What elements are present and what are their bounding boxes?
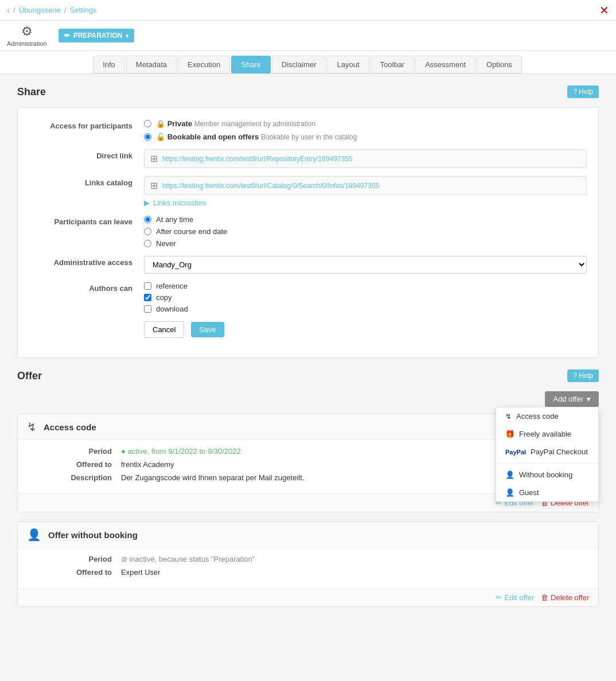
direct-link-control: ⊞ https://testing.frentix.com/test9/url/… <box>144 149 587 168</box>
private-radio[interactable] <box>144 120 151 127</box>
tab-info[interactable]: Info <box>93 56 125 73</box>
offer-help-button[interactable]: ? Help <box>567 369 599 382</box>
leave-enddate-label: After course end date <box>156 227 227 236</box>
leave-anytime[interactable]: At any time <box>144 215 587 224</box>
copy-check-item[interactable]: copy <box>144 293 587 302</box>
links-microsites-label: Links microsites <box>153 199 206 207</box>
leave-anytime-label: At any time <box>156 215 193 224</box>
links-microsites[interactable]: ▶ Links microsites <box>144 199 587 207</box>
tab-layout[interactable]: Layout <box>328 56 369 73</box>
inactive-icon: ⊘ <box>121 555 127 563</box>
without-booking-period-label: Period <box>52 555 121 563</box>
tab-toolbar[interactable]: Toolbar <box>371 56 415 73</box>
private-radio-item[interactable]: 🔒 Private Member management by administr… <box>144 119 587 128</box>
freely-available-label: Freely available <box>519 430 571 438</box>
breadcrumb-ubungsserie[interactable]: Übungsserie <box>19 6 61 14</box>
participants-leave-control: At any time After course end date Never <box>144 215 587 248</box>
access-code-desc-label: Description <box>52 473 121 482</box>
leave-never-radio[interactable] <box>144 240 151 247</box>
without-booking-label: Without booking <box>519 470 572 479</box>
tab-share[interactable]: Share <box>231 56 271 73</box>
share-help-button[interactable]: ? Help <box>567 85 599 98</box>
access-code-offer-title: Access code <box>44 422 96 432</box>
admin-access-row: Administrative access Mandy_Org <box>29 256 587 274</box>
download-checkbox[interactable] <box>144 305 151 313</box>
bookable-radio-item[interactable]: 🔓 Bookable and open offers Bookable by u… <box>144 133 587 141</box>
without-booking-period-row: Period ⊘ inactive, because status "Prepa… <box>52 555 589 563</box>
leave-enddate-radio[interactable] <box>144 228 151 235</box>
leave-end-date[interactable]: After course end date <box>144 227 587 236</box>
links-catalog-control: ⊞ https://testing.frentix.com/test9/url/… <box>144 176 587 207</box>
access-code-offered-label: Offered to <box>52 460 121 469</box>
copy-checkbox[interactable] <box>144 294 151 301</box>
access-participants-label: Access for participants <box>29 119 144 130</box>
dropdown-item-guest[interactable]: 👤 Guest <box>496 484 598 501</box>
leave-radio-group: At any time After course end date Never <box>144 215 587 248</box>
add-offer-label: Add offer <box>553 395 583 403</box>
admin-section[interactable]: ⚙ Administration <box>7 24 47 47</box>
form-buttons-control: Cancel Save <box>144 321 587 338</box>
links-catalog-value: https://testing.frentix.com/test9/url/Ca… <box>162 182 379 190</box>
dropdown-divider <box>496 463 598 464</box>
qr-icon: ⊞ <box>150 153 158 164</box>
bookable-desc: Bookable by user in the catalog <box>261 133 357 141</box>
offer-title: Offer <box>17 370 42 382</box>
private-desc: Member management by administration <box>194 120 315 128</box>
breadcrumb-settings[interactable]: Settings <box>70 6 97 14</box>
edit-icon2: ✏ <box>496 593 502 602</box>
back-button[interactable]: ‹ <box>7 5 10 15</box>
leave-anytime-radio[interactable] <box>144 216 151 223</box>
reference-check-item[interactable]: reference <box>144 282 587 290</box>
status-button[interactable]: ✏ PREPARATION ▾ <box>59 29 135 42</box>
access-participants-row: Access for participants 🔒 Private Member… <box>29 119 587 141</box>
tab-disclaimer[interactable]: Disclaimer <box>272 56 326 73</box>
offer-card-without-booking-body: Period ⊘ inactive, because status "Prepa… <box>18 548 598 588</box>
gear-icon: ⚙ <box>21 24 33 39</box>
save-button[interactable]: Save <box>191 322 224 337</box>
dropdown-item-paypal[interactable]: PayPal PayPal Checkout <box>496 443 598 461</box>
private-label: 🔒 Private Member management by administr… <box>156 119 315 128</box>
authors-can-row: Authors can reference copy download <box>29 282 587 313</box>
without-booking-edit-button[interactable]: ✏ Edit offer <box>496 593 534 602</box>
tab-assessment[interactable]: Assessment <box>415 56 475 73</box>
tab-execution[interactable]: Execution <box>178 56 230 73</box>
dropdown-item-freely-available[interactable]: 🎁 Freely available <box>496 425 598 443</box>
add-offer-container: Add offer ▾ ↯ Access code 🎁 Freely avail… <box>545 391 599 407</box>
cancel-button[interactable]: Cancel <box>144 321 184 338</box>
without-booking-offered-value: Expert User <box>121 568 589 577</box>
offer-card-without-booking-header: 👤 Offer without booking <box>18 522 598 548</box>
download-label: download <box>156 305 188 313</box>
direct-link-label: Direct link <box>29 149 144 160</box>
main-content: Share ? Help Access for participants 🔒 P… <box>0 74 616 628</box>
admin-access-select[interactable]: Mandy_Org <box>144 256 587 274</box>
offer-section: Offer ? Help Add offer ▾ ↯ Access code 🎁 <box>17 369 599 607</box>
bookable-text: Bookable and open offers <box>167 133 259 141</box>
lock-icon: 🔒 <box>156 119 165 128</box>
active-dot-icon: ● <box>121 447 126 456</box>
direct-link-value: https://testing.frentix.com/test9/url/Re… <box>162 155 353 163</box>
reference-checkbox[interactable] <box>144 282 151 290</box>
bookable-radio[interactable] <box>144 133 151 141</box>
offer-toolbar: Add offer ▾ ↯ Access code 🎁 Freely avail… <box>17 391 599 407</box>
pencil-icon: ✏ <box>64 32 70 40</box>
guest-label: Guest <box>519 488 539 497</box>
authors-can-control: reference copy download <box>144 282 587 313</box>
without-booking-offered-row: Offered to Expert User <box>52 568 589 577</box>
participants-leave-label: Participants can leave <box>29 215 144 226</box>
without-booking-icon: 👤 <box>505 470 514 479</box>
tab-options[interactable]: Options <box>477 56 522 73</box>
dropdown-item-access-code[interactable]: ↯ Access code <box>496 407 598 425</box>
leave-never[interactable]: Never <box>144 239 587 248</box>
download-check-item[interactable]: download <box>144 305 587 313</box>
status-label: PREPARATION <box>73 32 123 40</box>
add-offer-button[interactable]: Add offer ▾ <box>545 391 599 407</box>
direct-link-row: Direct link ⊞ https://testing.frentix.co… <box>29 149 587 168</box>
without-booking-edit-label: Edit offer <box>504 593 534 602</box>
dropdown-item-without-booking[interactable]: 👤 Without booking <box>496 466 598 484</box>
close-button[interactable]: ✕ <box>599 3 609 17</box>
links-catalog-label: Links catalog <box>29 176 144 187</box>
tab-metadata[interactable]: Metadata <box>126 56 177 73</box>
without-booking-delete-button[interactable]: 🗑 Delete offer <box>541 593 589 602</box>
share-title: Share <box>17 86 46 98</box>
add-offer-dropdown: ↯ Access code 🎁 Freely available PayPal … <box>496 407 599 502</box>
